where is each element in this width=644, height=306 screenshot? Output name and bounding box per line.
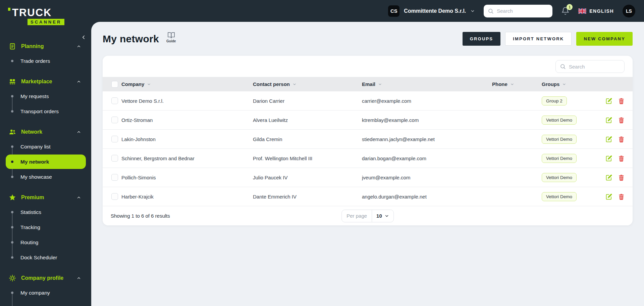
contact-cell: Prof. Wellington Mitchell III <box>253 156 362 161</box>
column-header-contact[interactable]: Contact person <box>253 81 362 87</box>
notifications-button[interactable]: 1 <box>561 7 570 15</box>
per-page-control: Per page 10 <box>341 210 394 222</box>
table-row[interactable]: Lakin-JohnstonGilda Creminstiedemann.jac… <box>103 130 633 149</box>
language-switcher[interactable]: ENGLISH <box>578 8 614 14</box>
edit-icon[interactable] <box>605 155 612 162</box>
company-switcher[interactable]: CS Committente Demo S.r.l. <box>388 5 475 17</box>
network-table-card: Company Contact person Email Phone Group… <box>103 56 633 225</box>
contact-cell: Darion Carrier <box>253 98 362 104</box>
edit-icon[interactable] <box>605 174 612 181</box>
row-checkbox[interactable] <box>111 136 118 142</box>
sidebar-item-label: Tracking <box>20 224 40 230</box>
row-checkbox-cell <box>103 155 121 162</box>
sort-chevron-icon <box>510 82 514 86</box>
company-name: Committente Demo S.r.l. <box>404 8 466 14</box>
brand-logo[interactable]: TRUCK SCANNER <box>8 7 91 25</box>
row-checkbox[interactable] <box>111 117 118 123</box>
new-company-button[interactable]: NEW COMPANY <box>576 32 633 46</box>
edit-icon[interactable] <box>605 193 612 200</box>
sidebar-item-label: Dock Scheduler <box>20 255 57 261</box>
sidebar-item-my-company[interactable]: My company <box>0 285 91 300</box>
import-network-button[interactable]: IMPORT NETWORK <box>505 32 572 46</box>
pallet-icon <box>9 78 16 85</box>
sidebar-item-statistics[interactable]: Statistics <box>0 205 91 220</box>
sidebar: TRUCK SCANNER PlanningTrade ordersMarket… <box>0 0 91 306</box>
chevron-up-icon <box>76 195 81 200</box>
sidebar-item-my-network[interactable]: My network <box>0 154 91 169</box>
contact-cell: Alvera Lueilwitz <box>253 117 362 123</box>
bullet-dot-icon <box>11 292 13 294</box>
company-cell: Ortiz-Stroman <box>121 117 253 123</box>
groups-cell: Vettori Demo <box>542 173 605 182</box>
contact-cell: Dante Emmerich IV <box>253 194 362 200</box>
row-checkbox[interactable] <box>111 174 118 181</box>
edit-icon[interactable] <box>605 97 612 104</box>
column-header-company[interactable]: Company <box>121 81 253 87</box>
row-checkbox[interactable] <box>111 97 118 104</box>
column-header-email[interactable]: Email <box>362 81 492 87</box>
sidebar-section-header-network[interactable]: Network <box>0 128 91 136</box>
user-avatar[interactable]: LS <box>623 5 635 17</box>
sidebar-item-transport-orders[interactable]: Transport orders <box>0 104 91 119</box>
table-row[interactable]: Harber-KrajcikDante Emmerich IVangelo.du… <box>103 187 633 206</box>
table-search-input[interactable] <box>569 64 620 70</box>
sidebar-section-header-company-profile[interactable]: Company profile <box>0 274 91 282</box>
sidebar-item-tracking[interactable]: Tracking <box>0 220 91 235</box>
sidebar-item-dock-scheduler[interactable]: Dock Scheduler <box>0 250 91 265</box>
content-area: My network Guide GROUPS IMPORT NETWORK N… <box>91 22 644 306</box>
email-cell: angelo.durgan@example.net <box>362 194 492 200</box>
sidebar-item-trade-orders[interactable]: Trade orders <box>0 53 91 69</box>
email-cell: jveum@example.com <box>362 175 492 180</box>
sidebar-section-items: Trade orders <box>0 53 91 69</box>
column-header-phone[interactable]: Phone <box>492 81 542 87</box>
table-footer: Showing 1 to 6 of 6 results Per page 10 <box>103 206 633 225</box>
row-checkbox[interactable] <box>111 193 118 200</box>
table-row[interactable]: Ortiz-StromanAlvera Lueilwitzktremblay@e… <box>103 111 633 130</box>
group-badge: Vettori Demo <box>542 116 577 125</box>
row-actions <box>605 97 633 104</box>
table-body: Vettore Demo S.r.l.Darion Carriercarrier… <box>103 91 633 206</box>
sidebar-item-my-requests[interactable]: My requests <box>0 89 91 104</box>
chevron-up-icon <box>76 79 81 84</box>
topbar: CS Committente Demo S.r.l. 1 <box>91 0 644 22</box>
sidebar-section-label: Marketplace <box>21 79 71 85</box>
table-header: Company Contact person Email Phone Group… <box>103 77 633 91</box>
table-row[interactable]: Vettore Demo S.r.l.Darion Carriercarrier… <box>103 91 633 111</box>
trash-icon[interactable] <box>618 155 625 162</box>
groups-button[interactable]: GROUPS <box>463 32 501 46</box>
trash-icon[interactable] <box>618 97 625 104</box>
sidebar-section-header-planning[interactable]: Planning <box>0 42 91 51</box>
bullet-dot-icon <box>11 60 13 62</box>
bullet-rail <box>9 241 16 244</box>
sidebar-item-routing[interactable]: Routing <box>0 235 91 250</box>
chevron-up-icon <box>76 44 81 49</box>
sidebar-item-company-list[interactable]: Company list <box>0 139 91 154</box>
table-row[interactable]: Schinner, Bergstrom and BednarProf. Well… <box>103 149 633 168</box>
sidebar-item-my-showcase[interactable]: My showcase <box>0 169 91 184</box>
table-row[interactable]: Pollich-SimonisJulio Paucek IVjveum@exam… <box>103 168 633 187</box>
global-search-input[interactable] <box>497 8 548 14</box>
trash-icon[interactable] <box>618 193 625 200</box>
sidebar-collapse-icon[interactable] <box>80 34 87 40</box>
sidebar-item-label: Routing <box>20 239 38 246</box>
per-page-select[interactable]: 10 <box>372 210 393 222</box>
trash-icon[interactable] <box>618 117 625 124</box>
row-checkbox[interactable] <box>111 155 118 162</box>
row-checkbox-cell <box>103 136 121 142</box>
trash-icon[interactable] <box>618 174 625 181</box>
email-cell: carrier@example.com <box>362 98 492 104</box>
edit-icon[interactable] <box>605 136 612 143</box>
main-column: CS Committente Demo S.r.l. 1 <box>91 0 644 306</box>
column-header-groups[interactable]: Groups <box>542 81 605 87</box>
guide-button[interactable]: Guide <box>166 31 176 43</box>
sidebar-section-header-marketplace[interactable]: Marketplace <box>0 77 91 86</box>
company-cell: Lakin-Johnston <box>121 136 253 142</box>
select-all-checkbox[interactable] <box>111 81 118 88</box>
per-page-value: 10 <box>376 213 382 219</box>
sidebar-item-label: My showcase <box>20 174 52 180</box>
edit-icon[interactable] <box>605 117 612 124</box>
row-checkbox-cell <box>103 97 121 104</box>
sidebar-section-header-premium[interactable]: Premium <box>0 193 91 202</box>
trash-icon[interactable] <box>618 136 625 143</box>
sidebar-item-label: My company <box>20 290 50 296</box>
